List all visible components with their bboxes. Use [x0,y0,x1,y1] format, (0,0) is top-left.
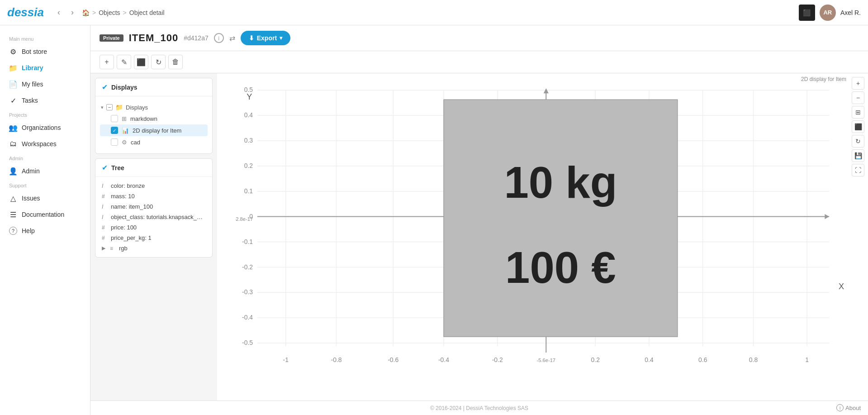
about-link[interactable]: i About [836,404,861,411]
tree-row-color[interactable]: I color: bronze [102,181,206,191]
display-list: ▾ − 📁 Displays ⊞ markdown [95,96,212,153]
svg-text:-5.6e-17: -5.6e-17 [537,358,556,363]
admin-icon: 👤 [9,167,17,175]
sidebar-item-admin[interactable]: 👤 Admin [0,163,90,179]
display-item-cad[interactable]: ⚙ cad [100,136,208,148]
username: Axel R. [840,9,861,16]
copy-button[interactable]: ⬛ [134,55,148,69]
folder-icon: 📁 [115,104,123,111]
refresh-button[interactable]: ↻ [151,55,166,69]
color-label: color: bronze [111,182,206,189]
canvas-save-icon[interactable]: 💾 [852,149,864,162]
sidebar-item-my-files[interactable]: 📄 My files [0,76,90,92]
sidebar-item-label: Bot store [22,48,47,55]
cad-label: cad [131,139,140,146]
canvas-fullscreen-icon[interactable]: ⛶ [852,164,864,176]
sidebar-item-organizations[interactable]: 👥 Organizations [0,119,90,136]
projects-label: Projects [0,109,90,119]
workspaces-icon: 🗂 [9,140,17,148]
sidebar-item-tasks[interactable]: ✓ Tasks [0,92,90,109]
about-info-icon: i [836,404,844,411]
info-icon[interactable]: i [214,33,224,43]
display-item-markdown[interactable]: ⊞ markdown [100,113,208,124]
price-type-icon: # [102,224,108,231]
sidebar-item-label: Admin [22,167,40,175]
sidebar-item-workspaces[interactable]: 🗂 Workspaces [0,136,90,152]
tree-row-price-per-kg[interactable]: # price_per_kg: 1 [102,233,206,243]
svg-text:-0.1: -0.1 [242,238,253,245]
forward-button[interactable]: › [68,6,76,19]
y-axis-label: Y [247,92,252,101]
display-group: ▾ − 📁 Displays ⊞ markdown [95,100,212,150]
price-label: price: 100 [111,224,206,231]
canvas-image-icon[interactable]: ⬛ [852,120,864,133]
svg-text:0.5: 0.5 [244,86,253,93]
svg-text:0.1: 0.1 [244,187,253,195]
displays-check-icon: ✔ [102,83,108,91]
sidebar-item-help[interactable]: ? Help [0,223,90,239]
topbar-right: ⬛ AR Axel R. [799,5,861,21]
markdown-label: markdown [130,115,157,122]
breadcrumb-objects[interactable]: Objects [99,9,120,16]
help-icon: ? [9,227,17,235]
footer: © 2016-2024 | DessiA Technologies SAS [90,401,868,415]
back-button[interactable]: ‹ [55,6,63,19]
sidebar-item-bot-store[interactable]: ⚙ Bot store [0,43,90,60]
object-name: ITEM_100 [129,32,179,44]
chart-svg: Y X 0.5 0.4 0.3 0.2 0.1 0 -2.8e-17 -0.1 … [235,78,854,387]
tree-row-mass[interactable]: # mass: 10 [102,191,206,201]
svg-text:-0.4: -0.4 [438,356,449,363]
rgb-label: rgb [119,245,206,252]
display-item-2d[interactable]: ✓ 📊 2D display for Item [100,124,208,136]
delete-button[interactable]: 🗑 [168,55,183,69]
svg-text:0.3: 0.3 [244,137,253,144]
export-dropdown-arrow: ▾ [280,35,282,41]
svg-text:-1: -1 [283,356,289,363]
breadcrumb-current: Object detail [129,9,165,16]
svg-text:0.4: 0.4 [244,111,253,119]
export-label: Export [257,34,277,42]
library-icon: 📁 [9,64,17,72]
tree-row-name[interactable]: I name: item_100 [102,201,206,212]
displays-panel-header: ✔ Displays [95,78,212,96]
name-label: name: item_100 [111,203,206,210]
canvas-zoom-in[interactable]: + [852,77,864,90]
sidebar-item-label: Library [22,64,43,72]
sidebar-item-documentation[interactable]: ☰ Documentation [0,206,90,223]
sidebar-item-issues[interactable]: △ Issues [0,190,90,206]
canvas-refresh-icon[interactable]: ↻ [852,135,864,148]
panels-row: ✔ Displays ▾ − 📁 Displays [90,73,868,401]
2d-label: 2D display for Item [133,127,181,134]
mass-type-icon: # [102,193,108,200]
tree-row-rgb[interactable]: ▶ ≡ rgb [102,243,206,253]
tree-row-object-class[interactable]: I object_class: tutorials.knapsack_prob [102,212,206,222]
2d-checkbox[interactable]: ✓ [111,127,118,134]
svg-text:0.6: 0.6 [698,356,707,363]
tree-panel-title: Tree [111,164,124,172]
share-icon[interactable]: ⇄ [229,34,235,43]
canvas-grid-icon[interactable]: ⊞ [852,106,864,119]
tree-row-price[interactable]: # price: 100 [102,222,206,233]
markdown-checkbox[interactable] [111,115,118,122]
export-button[interactable]: ⬇ Export ▾ [241,31,290,45]
edit-button[interactable]: ✎ [117,55,131,69]
topbar: dessia ‹ › 🏠 > Objects > Object detail ⬛… [0,0,868,25]
tree-panel: ✔ Tree I color: bronze # mass: 10 [95,158,213,258]
display-group-header[interactable]: ▾ − 📁 Displays [100,102,208,113]
rgb-chevron-icon: ▶ [102,245,107,251]
svg-text:-0.8: -0.8 [331,356,342,363]
canvas-zoom-out[interactable]: − [852,91,864,104]
tasks-icon: ✓ [9,96,17,105]
2d-icon: 📊 [122,127,129,134]
topbar-icon-button[interactable]: ⬛ [799,5,815,21]
main-menu-label: Main menu [0,33,90,43]
cad-checkbox[interactable] [111,138,118,146]
name-type-icon: I [102,204,108,210]
display-price: 100 € [505,243,616,292]
tree-panel-header: ✔ Tree [95,159,212,177]
object-hash: #d412a7 [184,34,209,42]
add-button[interactable]: + [100,55,114,69]
sidebar-item-library[interactable]: 📁 Library [0,60,90,76]
issues-icon: △ [9,194,17,202]
group-chevron-icon: ▾ [101,105,104,110]
